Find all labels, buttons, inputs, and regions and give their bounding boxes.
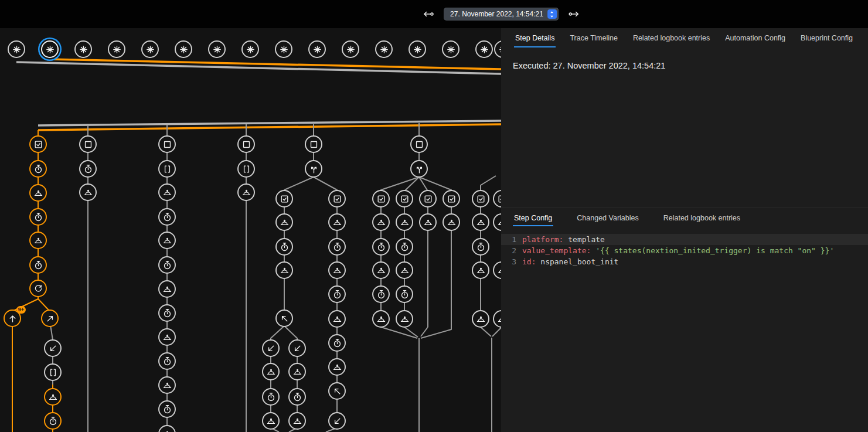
graph-node-arrow-down-left[interactable] [262, 339, 280, 357]
graph-node-service[interactable] [442, 213, 460, 231]
graph-node-square[interactable] [305, 135, 322, 153]
graph-node-timer[interactable] [158, 304, 176, 322]
graph-node-service[interactable] [158, 232, 176, 249]
graph-node-service[interactable] [262, 363, 280, 380]
graph-node-timer[interactable] [158, 400, 176, 418]
graph-node-asterisk[interactable] [141, 40, 159, 58]
graph-node-timer[interactable] [328, 238, 346, 256]
graph-node-checkbox[interactable] [275, 190, 293, 208]
tab-changed-variables[interactable]: Changed Variables [576, 208, 639, 226]
graph-node-arrow-down-left[interactable] [328, 412, 346, 430]
graph-node-checkbox[interactable] [328, 190, 346, 208]
graph-node-checkbox[interactable] [396, 190, 413, 208]
graph-node-timer[interactable] [372, 238, 390, 256]
graph-node-service[interactable] [158, 183, 176, 201]
graph-node-service[interactable] [288, 412, 306, 430]
tab-step-config[interactable]: Step Config [513, 208, 553, 226]
next-run-button[interactable] [568, 8, 581, 21]
graph-node-asterisk[interactable] [275, 40, 292, 58]
graph-node-service[interactable] [288, 363, 306, 380]
graph-node-service[interactable] [372, 261, 390, 279]
graph-node-arrow-up-left[interactable] [328, 382, 346, 400]
graph-node-square[interactable] [410, 135, 428, 153]
graph-node-checkbox[interactable] [29, 135, 47, 153]
graph-node-service[interactable] [472, 261, 489, 279]
graph-node-service[interactable] [79, 183, 97, 201]
graph-node-timer[interactable] [29, 256, 47, 274]
graph-node-service[interactable] [328, 310, 346, 328]
graph-node-service[interactable] [396, 213, 413, 231]
graph-node-service[interactable] [328, 261, 346, 279]
previous-run-button[interactable] [421, 8, 434, 21]
graph-node-service[interactable] [493, 213, 501, 231]
graph-node-asterisk[interactable] [208, 40, 226, 58]
graph-node-asterisk[interactable] [41, 40, 59, 58]
graph-node-square[interactable] [158, 135, 176, 153]
graph-node-split[interactable] [305, 160, 322, 178]
graph-node-service[interactable] [275, 261, 293, 279]
graph-node-service[interactable] [396, 261, 413, 279]
graph-node-service[interactable] [158, 425, 176, 432]
graph-node-timer[interactable] [328, 334, 346, 352]
tab-related-logbook-entries[interactable]: Related logbook entries [662, 208, 741, 226]
graph-node-asterisk[interactable] [409, 40, 426, 58]
tab-automation-config[interactable]: Automation Config [724, 28, 787, 47]
tab-blueprint-config[interactable]: Blueprint Config [799, 28, 854, 47]
tab-trace-timeline[interactable]: Trace Timeline [569, 28, 619, 47]
graph-node-service[interactable] [493, 310, 501, 328]
graph-node-service[interactable] [158, 328, 176, 346]
graph-node-asterisk[interactable] [175, 40, 192, 58]
graph-node-timer[interactable] [275, 238, 293, 256]
graph-node-timer[interactable] [29, 208, 47, 226]
graph-node-service[interactable] [275, 213, 293, 231]
graph-node-checkbox[interactable] [372, 190, 390, 208]
graph-node-service[interactable] [328, 358, 346, 376]
graph-node-arrow-down-left[interactable] [44, 339, 62, 357]
graph-node-checkbox[interactable] [493, 190, 501, 208]
graph-node-service[interactable] [372, 213, 390, 231]
graph-node-asterisk[interactable] [494, 40, 501, 58]
graph-node-service[interactable] [262, 412, 280, 430]
graph-node-timer[interactable] [372, 285, 390, 303]
graph-node-service[interactable] [158, 280, 176, 298]
graph-node-timer[interactable] [396, 285, 413, 303]
graph-node-service[interactable] [328, 213, 346, 231]
graph-node-asterisk[interactable] [342, 40, 359, 58]
graph-node-arrow-up-left[interactable] [275, 309, 293, 327]
graph-node-service[interactable] [493, 261, 501, 279]
graph-node-service[interactable] [396, 310, 413, 328]
graph-node-asterisk[interactable] [74, 40, 92, 58]
graph-node-asterisk[interactable] [8, 40, 25, 58]
graph-node-brackets[interactable] [158, 160, 176, 178]
graph-node-service[interactable] [44, 388, 62, 406]
graph-node-asterisk[interactable] [475, 40, 493, 58]
graph-node-service[interactable] [472, 213, 489, 231]
graph-node-timer[interactable] [158, 256, 176, 274]
graph-node-timer[interactable] [328, 285, 346, 303]
tab-related-logbook-entries[interactable]: Related logbook entries [632, 28, 711, 47]
graph-node-asterisk[interactable] [375, 40, 393, 58]
graph-node-service[interactable] [29, 184, 47, 202]
graph-node-service[interactable] [237, 183, 255, 201]
graph-node-timer[interactable] [262, 388, 280, 406]
graph-node-arrow-up[interactable]: 9+ [4, 309, 21, 327]
graph-node-brackets[interactable] [237, 160, 255, 178]
graph-node-asterisk[interactable] [241, 40, 259, 58]
graph-node-service[interactable] [419, 213, 437, 231]
graph-node-timer[interactable] [158, 208, 176, 226]
graph-node-square[interactable] [79, 135, 97, 153]
graph-node-split[interactable] [410, 160, 428, 178]
graph-node-arrow-up-right[interactable] [41, 309, 59, 327]
graph-node-timer[interactable] [79, 160, 97, 178]
graph-node-brackets[interactable] [44, 363, 62, 381]
graph-node-service[interactable] [29, 232, 47, 249]
tab-step-details[interactable]: Step Details [514, 28, 556, 47]
graph-node-square[interactable] [237, 135, 255, 153]
yaml-code-viewer[interactable]: 1platform: template2value_template: '{{ … [501, 234, 868, 267]
run-select[interactable]: 27. November 2022, 14:54:21 [444, 8, 559, 21]
graph-node-timer[interactable] [288, 388, 306, 406]
graph-node-service[interactable] [372, 310, 390, 328]
graph-node-checkbox[interactable] [442, 190, 460, 208]
graph-node-checkbox[interactable] [472, 190, 489, 208]
graph-node-service[interactable] [472, 310, 489, 328]
